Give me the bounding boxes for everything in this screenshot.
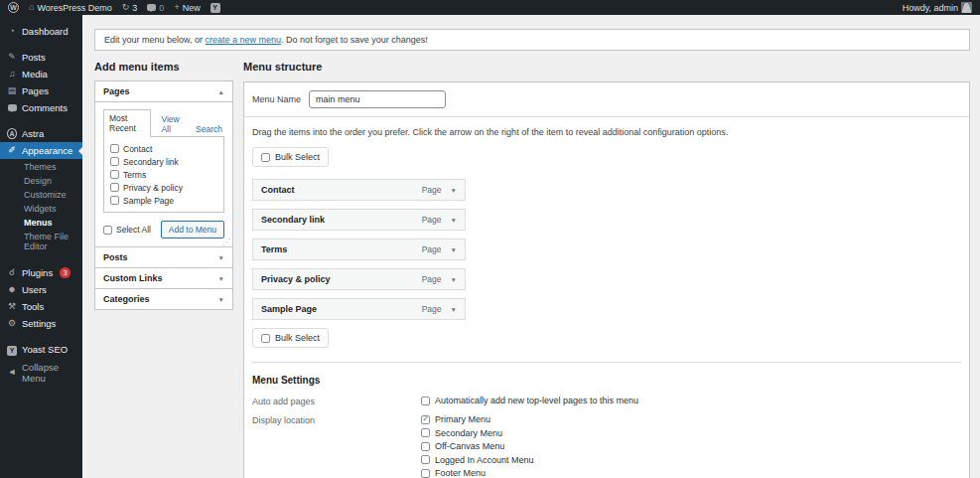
accordion-posts[interactable]: Posts ▼ <box>94 246 233 268</box>
sidebar-item-comments[interactable]: Comments <box>0 99 82 116</box>
page-checkbox-terms[interactable]: Terms <box>110 168 217 181</box>
tab-most-recent[interactable]: Most Recent <box>103 109 151 137</box>
expand-item-icon[interactable]: ▼ <box>451 246 457 253</box>
auto-add-pages-checkbox[interactable]: Automatically add new top-level pages to… <box>421 396 638 405</box>
checkbox[interactable] <box>261 153 270 162</box>
my-account-menu[interactable]: Howdy, admin <box>903 2 972 13</box>
dashboard-icon: ◔ <box>7 27 17 36</box>
submenu-item-design[interactable]: Design <box>0 174 82 188</box>
submenu-item-widgets[interactable]: Widgets <box>0 202 82 216</box>
accordion-pages[interactable]: Pages ▲ <box>94 80 233 102</box>
menu-name-input[interactable] <box>309 90 446 108</box>
page-checkbox-secondary-link[interactable]: Secondary link <box>110 155 217 168</box>
submenu-item-customize[interactable]: Customize <box>0 188 82 202</box>
checkbox[interactable] <box>110 157 119 166</box>
expand-item-icon[interactable]: ▼ <box>451 187 457 194</box>
sidebar-item-yoast-seo[interactable]: Y Yoast SEO <box>0 341 82 359</box>
menu-item-contact[interactable]: Contact Page ▼ <box>252 179 466 201</box>
new-label: New <box>183 3 201 13</box>
chevron-down-icon: ▼ <box>218 254 224 261</box>
yoast-icon: Y <box>210 3 220 13</box>
resize-grip[interactable]: ⋰ <box>222 239 230 246</box>
sidebar-item-pages[interactable]: ▤ Pages <box>0 82 82 99</box>
sidebar-item-appearance[interactable]: ✐ Appearance <box>0 142 82 159</box>
checkbox[interactable] <box>421 397 430 405</box>
wordpress-logo-menu[interactable]: W <box>8 2 19 13</box>
menu-name-label: Menu Name <box>252 94 301 104</box>
menu-item-privacy-policy[interactable]: Privacy & policy Page ▼ <box>252 268 466 290</box>
checkbox[interactable] <box>421 428 430 437</box>
sidebar-item-settings[interactable]: ⚙ Settings <box>0 315 82 332</box>
checkbox[interactable] <box>421 469 430 478</box>
howdy-text: Howdy, admin <box>903 3 958 13</box>
sidebar-item-astra[interactable]: A Astra <box>0 125 82 142</box>
appearance-icon: ✐ <box>7 146 17 155</box>
add-menu-items-title: Add menu items <box>94 61 233 73</box>
site-name-menu[interactable]: ⌂ WoresPress Demo <box>29 3 112 13</box>
submenu-item-themes[interactable]: Themes <box>0 160 82 174</box>
tab-search[interactable]: Search <box>194 121 224 137</box>
posts-icon: ✎ <box>7 53 17 62</box>
page-checkbox-contact[interactable]: Contact <box>110 142 217 155</box>
expand-item-icon[interactable]: ▼ <box>451 276 457 283</box>
checkbox[interactable] <box>421 442 430 451</box>
yoast-icon: Y <box>7 344 17 356</box>
bulk-select-bottom[interactable]: Bulk Select <box>252 328 329 348</box>
select-all-checkbox[interactable]: Select All <box>103 224 151 237</box>
page-checkbox-privacy-policy[interactable]: Privacy & policy <box>110 181 217 194</box>
page-checkbox-sample-page[interactable]: Sample Page <box>110 194 217 207</box>
collapse-icon: ◄ <box>7 368 17 377</box>
add-to-menu-button[interactable]: Add to Menu <box>161 221 224 239</box>
checkbox[interactable] <box>421 415 430 424</box>
checkbox[interactable] <box>103 226 112 235</box>
appearance-submenu: Themes Design Customize Widgets Menus Th… <box>0 159 82 255</box>
checkbox[interactable] <box>110 144 119 153</box>
expand-item-icon[interactable]: ▼ <box>451 306 457 313</box>
menu-item-secondary-link[interactable]: Secondary link Page ▼ <box>252 209 466 231</box>
checkbox[interactable] <box>261 334 270 343</box>
menu-item-terms[interactable]: Terms Page ▼ <box>252 239 466 260</box>
new-content-menu[interactable]: + New <box>174 3 200 13</box>
updates-menu[interactable]: ↻ 3 <box>122 3 138 13</box>
bulk-select-top[interactable]: Bulk Select <box>252 147 329 167</box>
submenu-item-theme-file-editor[interactable]: Theme File Editor <box>0 230 82 253</box>
accordion-custom-links[interactable]: Custom Links ▼ <box>94 267 233 289</box>
comments-icon <box>147 4 156 11</box>
menu-structure-title: Menu structure <box>243 61 970 73</box>
checkbox[interactable] <box>110 196 119 205</box>
location-checkbox-footer-menu[interactable]: Footer Menu <box>421 468 534 478</box>
drag-instructions: Drag the items into the order you prefer… <box>252 127 961 137</box>
tab-view-all[interactable]: View All <box>159 111 186 137</box>
comments-icon <box>7 102 17 113</box>
create-new-menu-link[interactable]: create a new menu <box>206 35 282 45</box>
location-checkbox-logged-in-account-menu[interactable]: Logged In Account Menu <box>421 455 534 465</box>
sidebar-item-users[interactable]: ☻ Users <box>0 281 82 298</box>
menu-item-sample-page[interactable]: Sample Page Page ▼ <box>252 298 466 320</box>
sidebar-item-media[interactable]: ♫ Media <box>0 66 82 82</box>
comments-menu[interactable]: 0 <box>147 3 164 13</box>
checkbox[interactable] <box>421 455 430 464</box>
sidebar-item-collapse-menu[interactable]: ◄ Collapse Menu <box>0 359 82 387</box>
menu-settings-section: Menu Settings Auto add pages Automatical… <box>252 362 961 478</box>
comments-count: 0 <box>159 3 164 13</box>
sidebar-item-tools[interactable]: ⚒ Tools <box>0 298 82 315</box>
sidebar-item-plugins[interactable]: ☌ Plugins 3 <box>0 264 82 281</box>
submenu-item-menus[interactable]: Menus <box>0 216 82 230</box>
checkbox[interactable] <box>110 183 119 192</box>
checkbox[interactable] <box>110 170 119 179</box>
plugins-update-badge: 3 <box>60 267 70 278</box>
location-checkbox-off-canvas-menu[interactable]: Off-Canvas Menu <box>421 441 534 451</box>
admin-sidebar: ◔ Dashboard ✎ Posts ♫ Media ▤ Pages Comm… <box>0 15 82 478</box>
avatar <box>961 2 972 13</box>
users-icon: ☻ <box>7 285 17 294</box>
accordion-categories[interactable]: Categories ▼ <box>94 288 233 310</box>
yoast-adminbar-menu[interactable]: Y <box>210 3 220 13</box>
sidebar-item-posts[interactable]: ✎ Posts <box>0 49 82 66</box>
plugins-icon: ☌ <box>7 268 17 277</box>
main-content: Edit your menu below, or create a new me… <box>82 15 980 478</box>
location-checkbox-primary-menu[interactable]: Primary Menu <box>421 414 534 424</box>
location-checkbox-secondary-menu[interactable]: Secondary Menu <box>421 428 534 438</box>
sidebar-item-dashboard[interactable]: ◔ Dashboard <box>0 23 82 40</box>
expand-item-icon[interactable]: ▼ <box>451 217 457 224</box>
chevron-down-icon: ▼ <box>218 296 224 303</box>
